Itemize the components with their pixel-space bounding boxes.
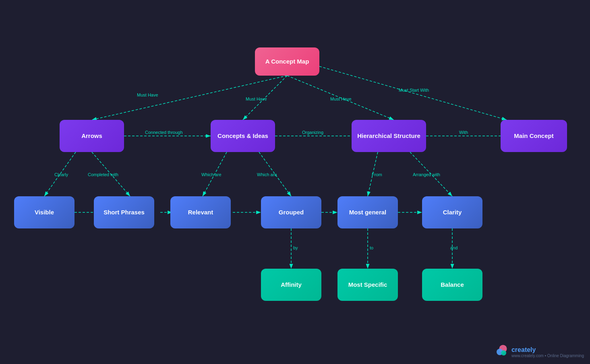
node-grouped[interactable]: Grouped: [261, 196, 321, 228]
label-which-are-right: Which are: [257, 172, 277, 177]
node-short-phrases[interactable]: Short Phrases: [94, 196, 154, 228]
label-must-have-center: Must Have: [246, 97, 267, 101]
node-balance[interactable]: Balance: [422, 269, 482, 301]
node-relevant[interactable]: Relevant: [170, 196, 231, 228]
svg-line-3: [243, 76, 287, 120]
svg-line-2: [92, 76, 287, 120]
label-connected-through: Connected through: [145, 130, 183, 135]
svg-line-9: [44, 152, 76, 196]
node-most-general[interactable]: Most general: [337, 196, 398, 228]
node-main-concept[interactable]: Main Concept: [501, 120, 567, 152]
label-must-have-left: Must Have: [137, 93, 158, 97]
label-which-are-left: Which are: [201, 172, 222, 177]
node-root[interactable]: A Concept Map: [255, 47, 319, 76]
label-arranged-with: Arranged with: [413, 172, 440, 177]
label-must-start-with: Must Start With: [399, 88, 429, 93]
label-completed-with: Completed with: [88, 172, 118, 177]
svg-line-14: [410, 152, 452, 196]
svg-line-4: [287, 76, 394, 120]
svg-line-5: [319, 66, 507, 120]
svg-line-12: [259, 152, 291, 196]
node-clarity[interactable]: Clarity: [422, 196, 482, 228]
label-from: From: [372, 172, 382, 177]
label-by: by: [293, 245, 298, 250]
label-to: to: [370, 245, 373, 250]
svg-point-25: [501, 350, 506, 356]
watermark-url: www.creately.com • Online Diagramming: [511, 354, 584, 358]
svg-line-10: [92, 152, 130, 196]
watermark: creately www.creately.com • Online Diagr…: [493, 344, 584, 360]
label-must-have-right: Must Have: [330, 97, 352, 101]
diagram-container: Must Have Must Have Must Have Must Start…: [0, 0, 590, 364]
node-arrows[interactable]: Arrows: [60, 120, 124, 152]
label-organizing: Organizing: [302, 130, 323, 135]
node-hierarchical[interactable]: Hierarchical Structure: [352, 120, 426, 152]
creately-logo-text: creately: [511, 346, 584, 354]
node-visible[interactable]: Visible: [14, 196, 75, 228]
label-and: and: [450, 245, 458, 250]
node-concepts[interactable]: Concepts & Ideas: [211, 120, 275, 152]
svg-line-13: [368, 152, 378, 196]
label-with: With: [459, 130, 468, 135]
svg-line-11: [203, 152, 227, 196]
node-most-specific[interactable]: Most Specific: [337, 269, 398, 301]
creately-logo-icon: [493, 344, 509, 360]
label-clearly: Clearly: [54, 172, 68, 177]
node-affinity[interactable]: Affinity: [261, 269, 321, 301]
